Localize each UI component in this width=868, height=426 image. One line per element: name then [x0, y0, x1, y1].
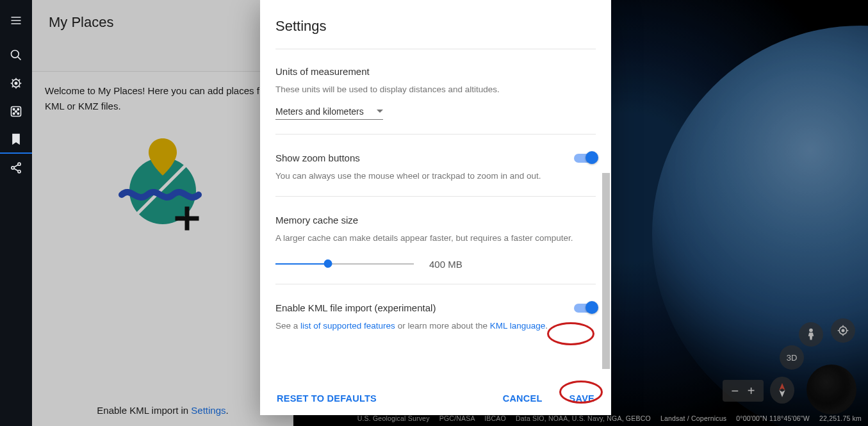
- dice-icon: [10, 105, 22, 118]
- reset-defaults-button[interactable]: RESET TO DEFAULTS: [277, 393, 377, 404]
- kml-language-link[interactable]: KML language: [490, 321, 546, 331]
- units-desc: These units will be used to display dist…: [275, 83, 596, 96]
- menu-button[interactable]: [0, 0, 32, 41]
- slider-thumb[interactable]: [324, 259, 332, 268]
- units-selected-value: Meters and kilometers: [275, 106, 364, 117]
- cache-desc: A larger cache can make details appear f…: [275, 232, 596, 245]
- svg-point-11: [18, 170, 20, 173]
- svg-point-7: [13, 113, 15, 115]
- zoom-desc: You can always use the mouse wheel or tr…: [275, 170, 559, 183]
- search-button[interactable]: [0, 41, 32, 69]
- kml-label: Enable KML file import (experimental): [275, 302, 559, 313]
- svg-point-6: [15, 111, 17, 113]
- units-label: Units of measurement: [275, 66, 596, 77]
- left-nav-rail: [0, 0, 32, 426]
- chevron-down-icon: [377, 110, 383, 113]
- kml-toggle[interactable]: [574, 304, 596, 313]
- kml-desc: See a list of supported features or lear…: [275, 320, 559, 332]
- save-button[interactable]: SAVE: [569, 393, 594, 404]
- kml-desc-post: .: [545, 321, 548, 331]
- search-icon: [10, 49, 22, 61]
- zoom-label: Show zoom buttons: [275, 152, 559, 163]
- svg-point-8: [17, 113, 19, 115]
- dialog-scrollbar[interactable]: [602, 64, 610, 368]
- section-kml-import: Enable KML file import (experimental) Se…: [275, 284, 596, 347]
- share-icon: [10, 161, 22, 174]
- svg-point-10: [12, 167, 14, 169]
- my-places-button[interactable]: [0, 126, 32, 154]
- hamburger-icon: [10, 14, 22, 27]
- ship-wheel-icon: [10, 77, 22, 90]
- cache-value-label: 400 MB: [429, 259, 463, 270]
- bookmark-icon: [10, 133, 22, 145]
- svg-point-4: [13, 108, 15, 110]
- section-units: Units of measurement These units will be…: [275, 49, 596, 135]
- kml-desc-pre: See a: [275, 321, 300, 331]
- kml-supported-features-link[interactable]: list of supported features: [300, 321, 395, 331]
- share-button[interactable]: [0, 154, 32, 182]
- settings-dialog: Settings Units of measurement These unit…: [260, 0, 611, 415]
- dialog-scroll-area[interactable]: Units of measurement These units will be…: [260, 37, 611, 383]
- dialog-title: Settings: [260, 0, 611, 37]
- section-zoom-buttons: Show zoom buttons You can always use the…: [275, 135, 596, 197]
- section-cache: Memory cache size A larger cache can mak…: [275, 197, 596, 284]
- svg-point-9: [18, 163, 20, 165]
- dialog-actions: RESET TO DEFAULTS CANCEL SAVE: [260, 383, 611, 415]
- zoom-toggle[interactable]: [574, 154, 596, 163]
- svg-point-0: [12, 51, 19, 58]
- units-dropdown[interactable]: Meters and kilometers: [275, 106, 383, 120]
- kml-desc-mid: or learn more about the: [395, 321, 490, 331]
- cache-slider[interactable]: [275, 263, 414, 265]
- svg-point-2: [15, 82, 17, 84]
- svg-point-5: [17, 108, 19, 110]
- voyager-button[interactable]: [0, 69, 32, 97]
- cache-label: Memory cache size: [275, 215, 596, 225]
- feeling-lucky-button[interactable]: [0, 97, 32, 126]
- cancel-button[interactable]: CANCEL: [503, 393, 543, 404]
